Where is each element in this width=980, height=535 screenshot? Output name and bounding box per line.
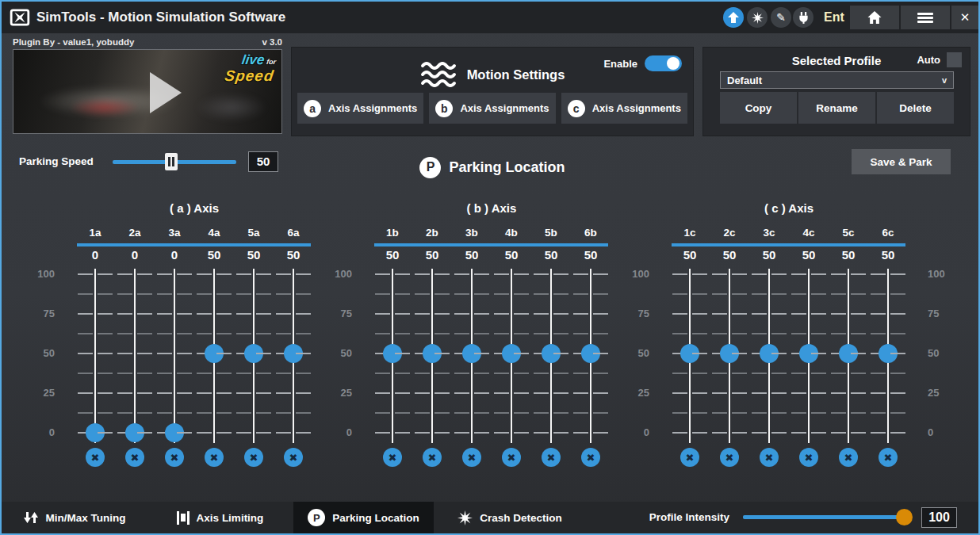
axis-slider-2a[interactable] [115,263,155,445]
scale-label[interactable]: 25 [928,386,951,400]
channel-label-5c[interactable]: 5c [829,227,868,239]
reset-button-5a[interactable]: ✖ [244,448,263,467]
channel-value-4a[interactable]: 50 [194,248,234,262]
slider-handle-6b[interactable] [581,344,600,363]
slider-handle-3b[interactable] [462,344,481,363]
scale-label[interactable]: 100 [928,267,951,281]
axis-group-c[interactable]: ( c ) Axis1c2c3c4c5c6c50✖50✖50✖50✖50✖50✖ [670,200,908,469]
channel-label-3a[interactable]: 3a [155,227,194,239]
slider-track[interactable] [94,269,96,443]
axis-slider-3c[interactable] [749,263,789,445]
reset-button-6a[interactable]: ✖ [284,448,303,467]
reset-button-2a[interactable]: ✖ [125,448,144,467]
tab-minmax-tuning[interactable]: Min/Max Tuning [2,502,147,533]
scale-label[interactable]: 75 [328,307,352,321]
slider-handle-1b[interactable] [383,344,402,363]
reset-button-3b[interactable]: ✖ [462,448,481,467]
slider-handle-1c[interactable] [680,344,699,363]
slider-handle-2a[interactable] [125,423,144,442]
axis-scale[interactable]: 1007550250 [31,263,55,445]
channel-value-1a[interactable]: 0 [75,248,115,262]
channel-label-4b[interactable]: 4b [492,227,531,239]
axis-slider-6a[interactable] [274,263,313,445]
scale-label[interactable]: 50 [928,346,951,361]
reset-button-5b[interactable]: ✖ [542,448,561,467]
slider-handle-6c[interactable] [879,344,898,363]
scale-label[interactable]: 50 [328,346,352,361]
axis-scale[interactable]: 1007550250 [328,263,352,445]
scale-label[interactable]: 100 [626,267,649,281]
axis-scale[interactable]: 1007550250 [626,263,649,445]
reset-button-6c[interactable]: ✖ [879,448,898,467]
axis-slider-4a[interactable] [194,263,234,445]
axis-slider-1b[interactable] [373,263,412,445]
scale-label[interactable]: 50 [626,346,649,361]
axis-slider-6b[interactable] [571,263,611,445]
scale-label[interactable]: 100 [328,267,352,281]
axis-scale[interactable]: 1007550250 [928,263,951,445]
scale-label[interactable]: 25 [626,386,649,400]
scale-label[interactable]: 50 [31,346,55,361]
slider-handle-5b[interactable] [542,344,561,363]
axis-group-b[interactable]: ( b ) Axis1b2b3b4b5b6b50✖50✖50✖50✖50✖50✖ [373,200,611,469]
channel-value-1c[interactable]: 50 [670,248,710,262]
channel-label-1a[interactable]: 1a [75,227,115,239]
channel-value-3c[interactable]: 50 [749,248,789,262]
axis-slider-1a[interactable] [75,263,115,445]
group-underline[interactable] [77,243,311,246]
channel-label-2a[interactable]: 2a [115,227,155,239]
reset-button-1b[interactable]: ✖ [383,448,402,467]
tab-crash-detection[interactable]: Crash Detection [434,502,586,533]
channel-label-4a[interactable]: 4a [194,227,234,239]
reset-button-6b[interactable]: ✖ [581,448,600,467]
axis-slider-6c[interactable] [868,263,908,445]
group-underline[interactable] [374,243,608,246]
reset-button-1c[interactable]: ✖ [680,448,699,467]
profile-intensity-slider[interactable] [743,515,912,519]
reset-button-3c[interactable]: ✖ [760,448,779,467]
channel-value-1b[interactable]: 50 [373,248,412,262]
axis-slider-4c[interactable] [789,263,829,445]
group-underline[interactable] [672,243,905,246]
axis-slider-2b[interactable] [412,263,452,445]
scale-label[interactable]: 75 [31,307,55,321]
slider-handle-4a[interactable] [205,344,224,363]
channel-label-2b[interactable]: 2b [412,227,452,239]
axis-group-title[interactable]: ( b ) Axis [373,201,611,215]
slider-track[interactable] [174,269,175,443]
tab-parking-location[interactable]: P Parking Location [293,502,434,533]
slider-handle-5c[interactable] [839,344,858,363]
reset-button-4a[interactable]: ✖ [205,448,224,467]
channel-label-1c[interactable]: 1c [670,227,710,239]
channel-value-5a[interactable]: 50 [234,248,274,262]
channel-label-1b[interactable]: 1b [373,227,412,239]
channel-label-5a[interactable]: 5a [234,227,274,239]
axis-group-a[interactable]: ( a ) Axis1a2a3a4a5a6a0✖0✖0✖50✖50✖50✖ [75,200,313,469]
channel-value-3a[interactable]: 0 [155,248,194,262]
axis-slider-5b[interactable] [531,263,571,445]
reset-button-2c[interactable]: ✖ [720,448,739,467]
axis-group-title[interactable]: ( c ) Axis [670,201,908,215]
scale-label[interactable]: 0 [31,426,55,440]
slider-track[interactable] [134,269,136,443]
channel-label-6c[interactable]: 6c [868,227,908,239]
slider-handle-2c[interactable] [720,344,739,363]
slider-handle-4c[interactable] [799,344,818,363]
reset-button-4c[interactable]: ✖ [799,448,818,467]
scale-label[interactable]: 0 [328,426,352,440]
tab-axis-limiting[interactable]: Axis Limiting [147,502,293,533]
axis-slider-4b[interactable] [492,263,531,445]
scale-label[interactable]: 0 [928,426,951,440]
slider-handle-3c[interactable] [760,344,779,363]
slider-handle-2b[interactable] [423,344,442,363]
reset-button-5c[interactable]: ✖ [839,448,858,467]
axis-slider-3a[interactable] [155,263,194,445]
channel-value-2a[interactable]: 0 [115,248,155,262]
axis-slider-1c[interactable] [670,263,710,445]
channel-value-5b[interactable]: 50 [531,248,571,262]
scale-label[interactable]: 25 [328,386,352,400]
scale-label[interactable]: 100 [31,267,55,281]
channel-label-5b[interactable]: 5b [531,227,571,239]
channel-value-4c[interactable]: 50 [789,248,829,262]
channel-value-2c[interactable]: 50 [710,248,749,262]
